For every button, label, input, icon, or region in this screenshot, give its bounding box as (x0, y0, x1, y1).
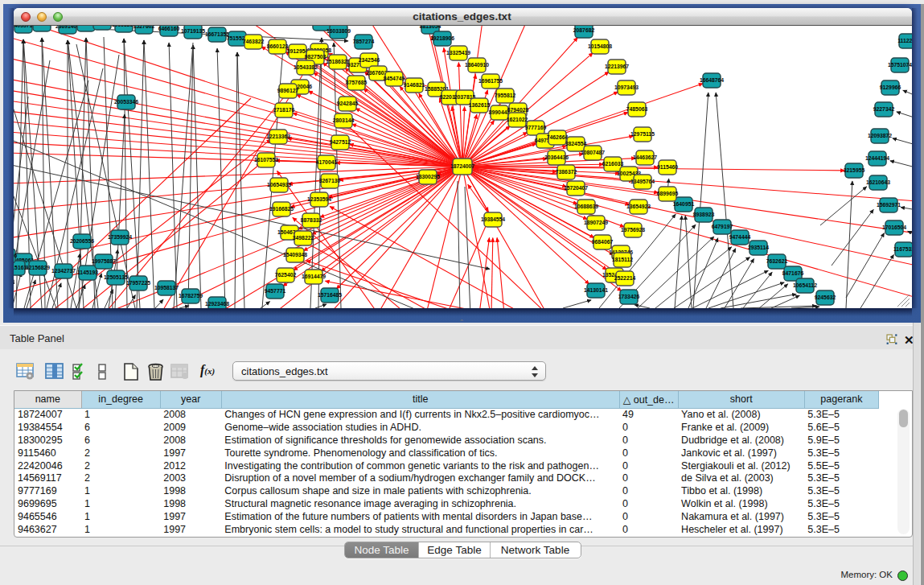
svg-text:7485063: 7485063 (626, 106, 648, 112)
svg-text:3824554: 3824554 (565, 141, 587, 146)
svg-text:6466160: 6466160 (158, 26, 180, 31)
svg-text:10653267: 10653267 (112, 26, 136, 27)
svg-text:16961755: 16961755 (478, 78, 503, 84)
svg-text:13654923: 13654923 (626, 204, 651, 209)
svg-text:7463822: 7463822 (243, 39, 265, 44)
svg-text:8454749: 8454749 (384, 76, 405, 81)
svg-text:19166825: 19166825 (269, 206, 294, 212)
svg-text:15716485: 15716485 (318, 292, 342, 298)
svg-text:15186328: 15186328 (326, 59, 350, 64)
svg-text:20364436: 20364436 (544, 154, 569, 160)
svg-text:19756928: 19756928 (621, 227, 645, 233)
svg-text:1815112: 1815112 (612, 257, 633, 262)
svg-text:10543382: 10543382 (294, 64, 318, 70)
svg-text:20206556: 20206556 (70, 238, 94, 244)
svg-text:6899695: 6899695 (657, 191, 679, 196)
svg-text:10654112: 10654112 (793, 282, 817, 288)
svg-text:20053346: 20053346 (114, 99, 138, 105)
svg-text:2087682: 2087682 (573, 27, 595, 33)
svg-text:2522214: 2522214 (614, 275, 636, 281)
svg-text:10719135: 10719135 (181, 28, 205, 34)
svg-text:8471676: 8471676 (782, 270, 804, 276)
svg-text:12213363: 12213363 (266, 134, 290, 139)
svg-text:15692971: 15692971 (877, 202, 901, 208)
svg-text:8813054: 8813054 (420, 26, 441, 29)
svg-text:9777169: 9777169 (525, 125, 547, 130)
svg-text:1167533: 1167533 (893, 246, 912, 252)
svg-text:9827503: 9827503 (305, 54, 326, 60)
svg-text:3912954: 3912954 (287, 48, 309, 54)
svg-text:10654933: 10654933 (267, 182, 291, 187)
svg-text:17359924: 17359924 (108, 234, 132, 240)
svg-text:2718176: 2718176 (273, 107, 295, 113)
svg-text:9129966: 9129966 (880, 84, 901, 90)
svg-text:7386372: 7386372 (556, 169, 577, 175)
svg-text:16648764: 16648764 (700, 77, 724, 83)
svg-text:16782759: 16782759 (179, 293, 203, 299)
svg-text:9427512: 9427512 (330, 139, 351, 145)
svg-text:15409348: 15409348 (283, 252, 307, 257)
svg-text:12353594: 12353594 (307, 196, 331, 202)
svg-text:16671355: 16671355 (205, 31, 229, 37)
svg-text:9162056: 9162056 (14, 253, 17, 258)
svg-text:12213967: 12213967 (605, 64, 629, 69)
svg-text:7625402: 7625402 (275, 272, 297, 278)
svg-text:10958137: 10958137 (154, 285, 179, 290)
svg-text:18907249: 18907249 (584, 220, 608, 225)
svg-text:14130141: 14130141 (584, 287, 608, 293)
svg-text:18640910: 18640910 (465, 62, 489, 68)
svg-text:2803144: 2803144 (333, 117, 355, 123)
svg-text:17957225: 17957225 (126, 280, 150, 286)
svg-text:9457771: 9457771 (265, 288, 286, 294)
svg-text:2342546: 2342546 (359, 57, 380, 63)
svg-text:1527602: 1527602 (133, 26, 155, 29)
svg-text:7462664: 7462664 (547, 134, 569, 140)
svg-text:16033809: 16033809 (326, 28, 351, 34)
svg-text:19384554: 19384554 (481, 216, 505, 222)
svg-text:9227342: 9227342 (873, 106, 895, 112)
svg-text:9115460: 9115460 (657, 164, 678, 170)
svg-text:17016504: 17016504 (882, 225, 906, 230)
svg-text:12505135: 12505135 (104, 274, 128, 280)
svg-text:9242845: 9242845 (337, 101, 359, 106)
svg-text:12444194: 12444194 (865, 155, 889, 161)
svg-text:1733426: 1733426 (618, 294, 640, 299)
svg-text:15720407: 15720407 (564, 185, 588, 191)
svg-text:1112203: 1112203 (897, 38, 912, 43)
svg-text:10973493: 10973493 (614, 84, 639, 90)
svg-text:4170041: 4170041 (316, 159, 338, 165)
svg-text:9146821: 9146821 (404, 82, 425, 88)
svg-text:16210643: 16210643 (866, 179, 890, 185)
svg-text:9684067: 9684067 (592, 239, 614, 245)
svg-text:8660123: 8660123 (267, 43, 289, 49)
svg-text:1640951: 1640951 (673, 201, 695, 207)
svg-text:10688639: 10688639 (574, 204, 598, 209)
svg-text:2164907: 2164907 (31, 26, 53, 27)
svg-text:3215955: 3215955 (844, 167, 865, 173)
svg-text:18724007: 18724007 (450, 163, 474, 169)
svg-text:10154808: 10154808 (588, 43, 612, 49)
svg-text:9245632: 9245632 (815, 295, 836, 300)
svg-text:7857274: 7857274 (353, 39, 375, 44)
svg-text:6479197: 6479197 (712, 224, 733, 229)
svg-text:2935114: 2935114 (748, 245, 769, 250)
svg-text:13325419: 13325419 (446, 50, 470, 56)
svg-text:8938923: 8938923 (693, 212, 715, 217)
svg-text:15751074: 15751074 (888, 62, 912, 68)
svg-text:9474444: 9474444 (729, 234, 751, 240)
svg-text:8757685: 8757685 (346, 80, 368, 85)
svg-text:12093872: 12093872 (868, 133, 892, 138)
svg-text:1621022: 1621022 (507, 117, 528, 122)
svg-text:6216033: 6216033 (602, 161, 624, 167)
svg-text:12342737: 12342737 (51, 268, 76, 274)
svg-text:7632621: 7632621 (766, 258, 788, 264)
svg-text:12156829: 12156829 (26, 265, 50, 270)
svg-text:19975887: 19975887 (92, 258, 116, 264)
svg-text:19218906: 19218906 (430, 35, 454, 41)
svg-text:10807487: 10807487 (581, 150, 605, 155)
svg-text:3498222: 3498222 (293, 235, 314, 241)
svg-text:12923468: 12923468 (205, 301, 229, 307)
svg-text:3267130: 3267130 (319, 178, 341, 183)
svg-text:1145193: 1145193 (77, 270, 98, 275)
svg-text:1362615: 1362615 (469, 102, 491, 108)
